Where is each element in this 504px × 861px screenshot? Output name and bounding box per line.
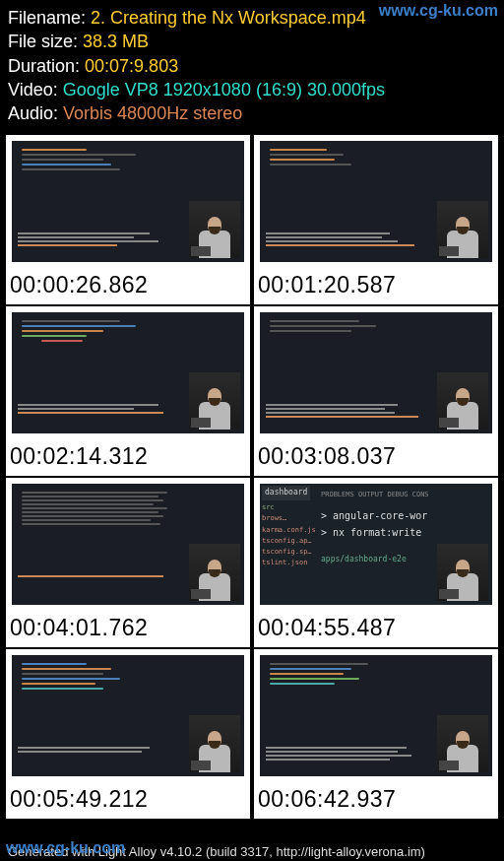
thumbnail-image [12,312,244,433]
thumbnail-frame: dashboard src brows… karma.conf.js tscon… [254,478,498,611]
thumbnail-image [12,655,244,776]
thumbnail-frame [254,135,498,268]
file-info-header: Filename: 2. Creating the Nx Workspace.m… [0,0,504,135]
filesize-label: File size: [8,32,78,51]
thumbnail-cell: 00:03:08.037 [254,306,498,476]
thumbnail-cell: dashboard src brows… karma.conf.js tscon… [254,478,498,647]
watermark-top: www.cg-ku.com [379,2,498,20]
timestamp-label: 00:06:42.937 [254,782,498,819]
presenter-icon [437,201,488,258]
timestamp-label: 00:01:20.587 [254,268,498,304]
filesize-value: 38.3 MB [83,32,149,51]
timestamp-label: 00:03:08.037 [254,439,498,476]
presenter-icon [189,544,240,601]
thumbnail-cell: 00:02:14.312 [6,306,250,476]
thumbnail-cell: 00:05:49.212 [6,649,250,819]
thumbnail-frame [6,306,250,439]
duration-label: Duration: [8,56,80,76]
presenter-icon [189,372,240,430]
timestamp-label: 00:02:14.312 [6,439,250,476]
thumbnail-cell: 00:06:42.937 [254,649,498,819]
thumbnail-image [12,484,244,605]
thumbnail-image [260,655,492,776]
thumbnail-image [12,141,244,262]
thumbnail-frame [6,135,250,268]
thumbnail-frame [6,478,250,611]
presenter-icon [189,715,240,772]
video-value: Google VP8 1920x1080 (16:9) 30.000fps [63,80,385,99]
thumbnail-cell: 00:00:26.862 [6,135,250,304]
thumbnail-frame [254,649,498,782]
watermark-bottom: www.cg-ku.com [6,839,125,857]
thumbnail-frame [6,649,250,782]
timestamp-label: 00:04:55.487 [254,611,498,647]
thumbnail-image [260,141,492,262]
timestamp-label: 00:05:49.212 [6,782,250,819]
thumbnail-cell: 00:01:20.587 [254,135,498,304]
timestamp-label: 00:04:01.762 [6,611,250,647]
thumbnail-cell: 00:04:01.762 [6,478,250,647]
thumbnail-image [260,312,492,433]
thumbnail-image: dashboard src brows… karma.conf.js tscon… [260,484,492,605]
timestamp-label: 00:00:26.862 [6,268,250,304]
presenter-icon [437,372,488,430]
filename-value: 2. Creating the Nx Workspace.mp4 [91,8,366,28]
duration-value: 00:07:9.803 [85,56,178,76]
audio-value: Vorbis 48000Hz stereo [63,103,242,123]
filename-label: Filename: [8,8,86,28]
presenter-icon [437,544,488,601]
video-label: Video: [8,80,58,99]
thumbnail-frame [254,306,498,439]
thumbnail-grid: 00:00:26.862 [0,135,504,819]
audio-label: Audio: [8,103,58,123]
presenter-icon [189,201,240,258]
presenter-icon [437,715,488,772]
